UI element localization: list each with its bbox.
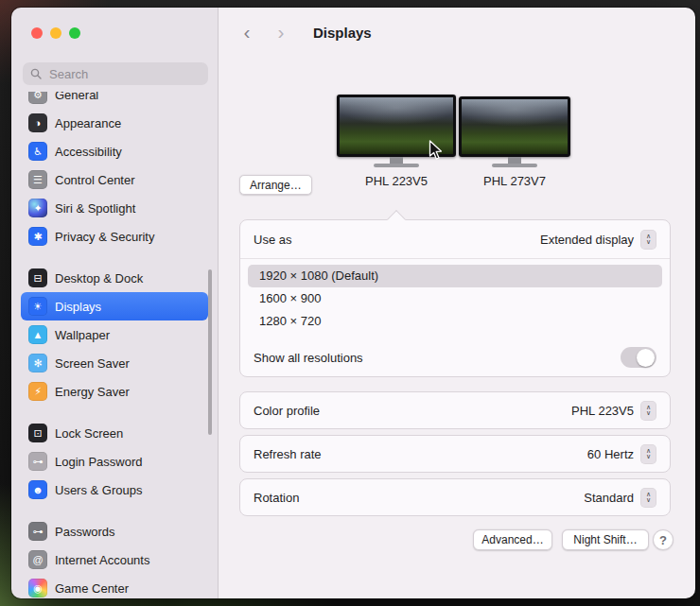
sidebar-item-screen-saver[interactable]: ✻Screen Saver bbox=[21, 349, 208, 377]
close-button[interactable] bbox=[31, 27, 43, 39]
sidebar-item-lock-screen[interactable]: ⊡Lock Screen bbox=[21, 419, 208, 447]
sidebar-item-wallpaper[interactable]: ▲Wallpaper bbox=[21, 320, 208, 349]
sidebar-item-privacy-security[interactable]: ✱Privacy & Security bbox=[21, 222, 208, 251]
game-center-icon: ◉ bbox=[28, 579, 47, 597]
sidebar-item-label: Wallpaper bbox=[55, 328, 110, 342]
display-label-2: PHL 273V7 bbox=[459, 174, 570, 188]
sidebar-item-label: Appearance bbox=[55, 116, 121, 130]
rotation-panel: Rotation Standard ∧∨ bbox=[239, 478, 671, 516]
internet-accounts-icon: @ bbox=[28, 550, 47, 569]
sidebar-item-label: Login Password bbox=[55, 455, 143, 469]
display-stand bbox=[508, 157, 521, 164]
control-center-icon: ☰ bbox=[28, 170, 47, 189]
sidebar-item-users-groups[interactable]: ☻Users & Groups bbox=[21, 476, 208, 504]
displays-icon: ☀ bbox=[28, 297, 47, 316]
color-profile-value: PHL 223V5 bbox=[571, 404, 634, 418]
sidebar-item-label: Passwords bbox=[55, 525, 115, 539]
sidebar-item-label: Lock Screen bbox=[55, 426, 123, 441]
use-as-value: Extended display bbox=[540, 233, 634, 247]
main-content: ‹ › Displays PHL 223V5 PHL 273V7 Arrange… bbox=[218, 8, 695, 598]
sidebar-item-label: Desktop & Dock bbox=[55, 271, 143, 286]
screen-saver-icon: ✻ bbox=[28, 354, 47, 372]
sidebar-item-accessibility[interactable]: ♿Accessibility bbox=[21, 137, 208, 165]
show-all-resolutions-label: Show all resolutions bbox=[254, 351, 363, 365]
display-stand bbox=[374, 164, 419, 167]
sidebar-item-label: Energy Saver bbox=[55, 385, 130, 399]
header: ‹ › Displays bbox=[219, 8, 695, 57]
chevron-forward-icon[interactable]: › bbox=[270, 21, 292, 43]
rotation-label: Rotation bbox=[254, 491, 299, 505]
sidebar-item-displays[interactable]: ☀Displays bbox=[21, 292, 208, 320]
chevron-back-icon[interactable]: ‹ bbox=[236, 21, 258, 43]
sidebar: ⚙General◑Appearance♿Accessibility☰Contro… bbox=[11, 8, 218, 598]
lock-screen-icon: ⊡ bbox=[28, 424, 47, 442]
rotation-value: Standard bbox=[584, 491, 634, 505]
sidebar-item-label: Control Center bbox=[55, 173, 135, 187]
sidebar-nav: ⚙General◑Appearance♿Accessibility☰Contro… bbox=[21, 80, 208, 598]
refresh-rate-select[interactable]: 60 Hertz ∧∨ bbox=[587, 444, 656, 464]
minimize-button[interactable] bbox=[50, 27, 61, 39]
resolution-option[interactable]: 1920 × 1080 (Default) bbox=[248, 265, 662, 287]
color-profile-label: Color profile bbox=[254, 404, 320, 418]
help-button[interactable]: ? bbox=[653, 529, 674, 550]
desktop-dock-icon: ⊟ bbox=[28, 268, 47, 287]
display-thumbnail-2[interactable] bbox=[459, 96, 570, 157]
sidebar-item-passwords[interactable]: ⊶Passwords bbox=[21, 517, 208, 545]
refresh-rate-value: 60 Hertz bbox=[587, 447, 634, 461]
show-all-resolutions-toggle[interactable] bbox=[621, 347, 656, 368]
sidebar-item-appearance[interactable]: ◑Appearance bbox=[21, 109, 208, 137]
resolution-option[interactable]: 1280 × 720 bbox=[248, 310, 662, 333]
advanced-button[interactable]: Advanced… bbox=[473, 529, 552, 550]
passwords-icon: ⊶ bbox=[28, 522, 47, 541]
privacy-security-icon: ✱ bbox=[28, 227, 47, 246]
wallpaper-icon: ▲ bbox=[28, 325, 47, 344]
appearance-icon: ◑ bbox=[28, 113, 47, 132]
display-stand bbox=[390, 157, 403, 164]
system-settings-window: ⚙General◑Appearance♿Accessibility☰Contro… bbox=[11, 8, 695, 598]
rotation-select[interactable]: Standard ∧∨ bbox=[584, 488, 656, 508]
sidebar-item-desktop-dock[interactable]: ⊟Desktop & Dock bbox=[21, 264, 208, 292]
sidebar-item-label: Accessibility bbox=[55, 145, 122, 159]
display-label-1: PHL 223V5 bbox=[337, 174, 456, 188]
resolution-list: 1920 × 1080 (Default)1600 × 9001280 × 72… bbox=[240, 259, 670, 338]
refresh-rate-label: Refresh rate bbox=[254, 447, 322, 461]
sidebar-item-label: Game Center bbox=[55, 581, 129, 596]
users-groups-icon: ☻ bbox=[28, 480, 47, 499]
show-all-resolutions-row: Show all resolutions bbox=[240, 338, 670, 376]
sidebar-item-energy-saver[interactable]: ⚡Energy Saver bbox=[21, 377, 208, 406]
use-as-row: Use as Extended display ∧∨ bbox=[240, 220, 670, 258]
general-icon: ⚙ bbox=[28, 85, 47, 104]
window-controls bbox=[31, 27, 80, 39]
sidebar-item-label: Internet Accounts bbox=[55, 553, 149, 567]
accessibility-icon: ♿ bbox=[28, 142, 47, 161]
login-password-icon: ⊶ bbox=[28, 452, 47, 471]
toggle-knob bbox=[637, 349, 655, 367]
refresh-rate-panel: Refresh rate 60 Hertz ∧∨ bbox=[239, 435, 671, 473]
chevron-up-down-icon: ∧∨ bbox=[640, 401, 656, 421]
sidebar-item-game-center[interactable]: ◉Game Center bbox=[21, 574, 208, 598]
sidebar-item-siri-spotlight[interactable]: ✦Siri & Spotlight bbox=[21, 194, 208, 222]
sidebar-item-general[interactable]: ⚙General bbox=[21, 80, 208, 109]
use-as-select[interactable]: Extended display ∧∨ bbox=[540, 230, 656, 250]
resolution-option[interactable]: 1600 × 900 bbox=[248, 287, 662, 310]
sidebar-scrollbar[interactable] bbox=[208, 269, 212, 435]
sidebar-item-label: Siri & Spotlight bbox=[55, 201, 135, 216]
sidebar-item-control-center[interactable]: ☰Control Center bbox=[21, 165, 208, 194]
siri-spotlight-icon: ✦ bbox=[28, 199, 47, 217]
color-profile-select[interactable]: PHL 223V5 ∧∨ bbox=[571, 401, 656, 421]
chevron-up-down-icon: ∧∨ bbox=[640, 230, 656, 250]
sidebar-item-label: Privacy & Security bbox=[55, 230, 154, 244]
color-profile-panel: Color profile PHL 223V5 ∧∨ bbox=[239, 391, 671, 429]
page-title: Displays bbox=[313, 25, 372, 41]
sidebar-item-label: General bbox=[55, 88, 98, 102]
search-icon bbox=[30, 68, 42, 79]
display-thumbnail-1[interactable] bbox=[337, 95, 456, 157]
search-input[interactable] bbox=[47, 66, 201, 82]
night-shift-button[interactable]: Night Shift… bbox=[562, 529, 649, 550]
sidebar-item-internet-accounts[interactable]: @Internet Accounts bbox=[21, 545, 208, 574]
arrange-button[interactable]: Arrange… bbox=[239, 175, 312, 195]
use-as-label: Use as bbox=[254, 233, 291, 247]
sidebar-item-login-password[interactable]: ⊶Login Password bbox=[21, 447, 208, 476]
zoom-button[interactable] bbox=[69, 27, 80, 39]
display-stand bbox=[492, 164, 537, 167]
